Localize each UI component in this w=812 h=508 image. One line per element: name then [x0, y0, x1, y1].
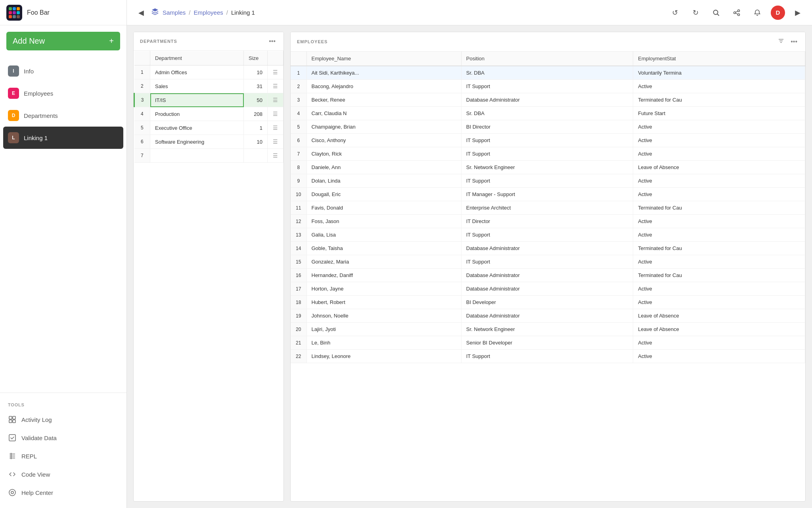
- dept-cell-icon: ☰: [268, 107, 283, 121]
- emp-table-row[interactable]: 9Dolan, LindaIT SupportActive: [291, 174, 805, 188]
- redo-button[interactable]: ↻: [688, 6, 703, 20]
- emp-table-row[interactable]: 4Carr, Claudia NSr. DBAFuture Start: [291, 107, 805, 120]
- emp-cell-status: Active: [633, 215, 805, 228]
- dept-row-num: 4: [134, 107, 150, 121]
- sidebar-item-linking1[interactable]: L Linking 1: [3, 127, 123, 149]
- dept-table-row[interactable]: 7☰: [134, 149, 283, 163]
- user-avatar[interactable]: D: [771, 6, 785, 20]
- help-center-icon: [8, 488, 17, 497]
- dept-table-row[interactable]: 6Software Engineering10☰: [134, 135, 283, 149]
- emp-table-row[interactable]: 11Favis, DonaldEnterprise ArchitectTermi…: [291, 201, 805, 215]
- emp-table-row[interactable]: 22Lindsey, LeonoreIT SupportActive: [291, 350, 805, 363]
- emp-cell-status: Active: [633, 350, 805, 363]
- notifications-button[interactable]: [750, 6, 764, 20]
- sidebar-item-departments-label: Departments: [24, 112, 58, 119]
- validate-data-item[interactable]: Validate Data: [0, 429, 126, 447]
- breadcrumb-employees[interactable]: Employees: [194, 9, 223, 16]
- emp-row-num: 18: [291, 296, 306, 309]
- emp-table-row[interactable]: 21Le, BinhSenior BI DeveloperActive: [291, 336, 805, 350]
- emp-row-num: 10: [291, 188, 306, 201]
- emp-row-num: 12: [291, 215, 306, 228]
- help-center-item[interactable]: Help Center: [0, 483, 126, 502]
- sidebar: Foo Bar Add New + I Info E Employees D D…: [0, 0, 127, 508]
- emp-cell-name: Cisco, Anthony: [306, 134, 461, 147]
- emp-table-row[interactable]: 16Hernandez, DaniffDatabase Administrato…: [291, 269, 805, 282]
- emp-row-num: 16: [291, 269, 306, 282]
- app-name: Foo Bar: [27, 9, 50, 16]
- emp-cell-position: Database Administrator: [461, 242, 633, 255]
- nav-forward-button[interactable]: ◀: [791, 6, 804, 19]
- dept-table-row[interactable]: 4Production208☰: [134, 107, 283, 121]
- breadcrumb-samples[interactable]: Samples: [163, 9, 186, 16]
- departments-menu-button[interactable]: •••: [267, 37, 277, 46]
- sidebar-item-departments[interactable]: D Departments: [0, 104, 126, 127]
- departments-panel-actions: •••: [267, 37, 277, 46]
- dept-table-row[interactable]: 1Admin Offices10☰: [134, 65, 283, 79]
- emp-table-row[interactable]: 7Clayton, RickIT SupportActive: [291, 147, 805, 161]
- dept-row-num: 5: [134, 121, 150, 135]
- code-view-label: Code View: [21, 471, 50, 478]
- row-expand-icon: ☰: [273, 152, 278, 159]
- emp-table-row[interactable]: 15Gonzalez, MariaIT SupportActive: [291, 255, 805, 269]
- emp-cell-status: Leave of Absence: [633, 323, 805, 336]
- tools-section: TOOLS Activity Log Validate Data: [0, 393, 126, 508]
- employees-filter-button[interactable]: [776, 37, 786, 46]
- departments-table-body: 1Admin Offices10☰2Sales31☰3IT/IS50☰4Prod…: [134, 65, 283, 163]
- employees-menu-button[interactable]: •••: [789, 37, 799, 46]
- dept-table-row[interactable]: 3IT/IS50☰: [134, 93, 283, 107]
- emp-cell-name: Le, Binh: [306, 336, 461, 350]
- dept-row-num-header: [134, 51, 150, 65]
- search-button[interactable]: [709, 6, 723, 20]
- dept-cell-name: Executive Office: [150, 121, 244, 135]
- emp-cell-position: Database Administrator: [461, 269, 633, 282]
- app-logo: [6, 5, 22, 21]
- activity-log-item[interactable]: Activity Log: [0, 410, 126, 429]
- emp-cell-status: Active: [633, 255, 805, 269]
- svg-line-16: [735, 11, 737, 12]
- emp-cell-status: Active: [633, 120, 805, 134]
- activity-log-icon: [8, 415, 17, 424]
- svg-rect-4: [9, 435, 15, 441]
- emp-table-row[interactable]: 1Ait Sidi, Karthikeya...Sr. DBAVoluntari…: [291, 66, 805, 80]
- emp-cell-name: Becker, Renee: [306, 93, 461, 107]
- undo-button[interactable]: ↺: [668, 6, 682, 20]
- sidebar-item-info[interactable]: I Info: [0, 60, 126, 82]
- emp-cell-name: Johnson, Noelle: [306, 309, 461, 323]
- emp-cell-status: Active: [633, 80, 805, 93]
- departments-panel-title: DEPARTMENTS: [140, 39, 177, 44]
- code-view-item[interactable]: Code View: [0, 465, 126, 483]
- emp-table-row[interactable]: 12Foss, JasonIT DirectorActive: [291, 215, 805, 228]
- emp-table-row[interactable]: 8Daniele, AnnSr. Network EngineerLeave o…: [291, 161, 805, 174]
- emp-cell-status: Terminated for Cau: [633, 201, 805, 215]
- emp-table-row[interactable]: 2Bacong, AlejandroIT SupportActive: [291, 80, 805, 93]
- emp-table-row[interactable]: 3Becker, ReneeDatabase AdministratorTerm…: [291, 93, 805, 107]
- dept-row-num: 6: [134, 135, 150, 149]
- emp-table-row[interactable]: 14Goble, TaishaDatabase AdministratorTer…: [291, 242, 805, 255]
- nav-back-button[interactable]: ◀: [135, 6, 147, 19]
- emp-cell-name: Carr, Claudia N: [306, 107, 461, 120]
- dept-cell-name[interactable]: IT/IS: [150, 93, 244, 107]
- share-button[interactable]: [730, 6, 744, 20]
- dept-table-row[interactable]: 5Executive Office1☰: [134, 121, 283, 135]
- emp-row-num: 14: [291, 242, 306, 255]
- emp-table-row[interactable]: 13Galia, LisaIT SupportActive: [291, 228, 805, 242]
- employees-icon: E: [8, 88, 19, 99]
- employees-panel-title: EMPLOYEES: [297, 39, 327, 44]
- dept-cell-name: Production: [150, 107, 244, 121]
- svg-point-13: [738, 10, 740, 12]
- emp-table-row[interactable]: 20Lajiri, JyotiSr. Network EngineerLeave…: [291, 323, 805, 336]
- emp-table-row[interactable]: 10Dougall, EricIT Manager - SupportActiv…: [291, 188, 805, 201]
- sidebar-item-employees[interactable]: E Employees: [0, 82, 126, 104]
- emp-table-row[interactable]: 17Horton, JayneDatabase AdministratorAct…: [291, 282, 805, 296]
- dept-cell-name: Sales: [150, 79, 244, 93]
- emp-cell-position: IT Support: [461, 80, 633, 93]
- dept-table-row[interactable]: 2Sales31☰: [134, 79, 283, 93]
- emp-table-row[interactable]: 18Hubert, RobertBI DeveloperActive: [291, 296, 805, 309]
- emp-table-row[interactable]: 6Cisco, AnthonyIT SupportActive: [291, 134, 805, 147]
- svg-rect-1: [13, 416, 15, 419]
- dept-cell-icon: ☰: [268, 121, 283, 135]
- emp-table-row[interactable]: 5Champaigne, BrianBI DirectorActive: [291, 120, 805, 134]
- emp-table-row[interactable]: 19Johnson, NoelleDatabase AdministratorL…: [291, 309, 805, 323]
- repl-item[interactable]: REPL: [0, 447, 126, 465]
- add-new-button[interactable]: Add New +: [6, 32, 120, 50]
